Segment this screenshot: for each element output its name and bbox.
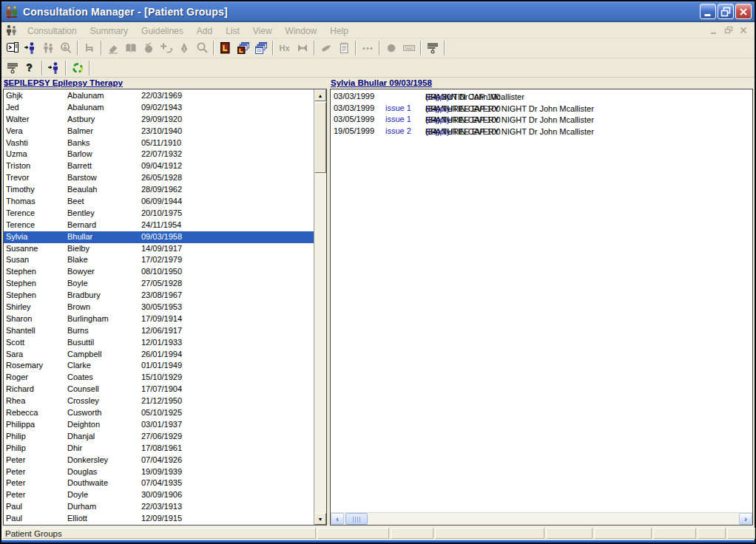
patient-dob: 21/12/1950	[141, 396, 182, 405]
search-icon	[193, 40, 211, 56]
restore-button[interactable]	[718, 4, 734, 19]
status-pane	[317, 528, 389, 539]
patient-row[interactable]: JedAbalunam09/02/1943	[4, 102, 314, 114]
patient-row[interactable]: GhjkAbalunam22/03/1969	[4, 90, 314, 102]
patient-dob: 09/03/1958	[141, 232, 182, 241]
scroll-thumb[interactable]	[314, 102, 326, 173]
patient-row[interactable]: WalterAstbury29/09/1920	[4, 114, 314, 126]
status-text: Patient Groups	[2, 528, 316, 539]
patient-row[interactable]: TimothyBeaulah28/09/1962	[4, 184, 314, 196]
patient-first-name: Richard	[6, 384, 34, 393]
patient-row[interactable]: PeterDouglas19/09/1939	[4, 466, 314, 478]
patient-surname: Donkersley	[67, 455, 108, 464]
patient-dob: 03/01/1937	[141, 420, 182, 429]
record-supply-detail: (84) 30N Dr John Mcallister	[425, 92, 524, 101]
close-button[interactable]	[735, 4, 752, 19]
select-patient-icon[interactable]	[45, 60, 63, 76]
list-view-icon[interactable]	[424, 40, 442, 56]
list-view-icon[interactable]	[4, 60, 21, 76]
patient-surname: Barstow	[67, 173, 97, 182]
prescription-row[interactable]: 19/05/1999issue 2EPANUTIN CAP 100 Supply…	[331, 126, 752, 137]
patient-dob: 12/09/1915	[141, 514, 182, 523]
main-area: $EPILEPSY Epilepsy Therapy GhjkAbalunam2…	[1, 78, 755, 526]
select-patient-icon[interactable]	[21, 40, 39, 56]
patient-row[interactable]: VashtiBanks05/11/1910	[4, 137, 314, 149]
patient-row[interactable]: PhilipDhir17/08/1961	[4, 443, 314, 455]
patient-row[interactable]: ScottBusuttil12/01/1933	[4, 337, 314, 349]
patient-row[interactable]: TrevorBarstow26/05/1928	[4, 172, 314, 184]
patient-surname: Bhullar	[67, 232, 92, 241]
patient-row[interactable]: StephenBradbury23/08/1967	[4, 290, 314, 302]
console-window-icon[interactable]	[4, 40, 21, 56]
patient-row[interactable]: TerenceBernard24/11/1954	[4, 220, 314, 231]
patient-row[interactable]: TristonBarrett09/04/1912	[4, 160, 314, 172]
patient-row[interactable]: PaulElliott12/09/1915	[4, 513, 314, 525]
patient-row[interactable]: StephenBowyer08/10/1950	[4, 266, 314, 278]
scroll-down-icon[interactable]: ▼	[314, 513, 326, 525]
pencil-icon	[317, 40, 335, 56]
record-hscrollbar[interactable]: ‹ ›	[331, 512, 752, 525]
refresh-ring-icon[interactable]	[69, 60, 87, 76]
patient-surname: Crossley	[67, 396, 99, 405]
patient-row[interactable]: RichardCounsell17/07/1904	[4, 384, 314, 395]
record-supply-detail: (84) THREE EVERY NIGHT Dr John Mcalliste…	[425, 104, 594, 113]
patient-row[interactable]: PhilipDhanjal27/06/1929	[4, 431, 314, 443]
patient-row[interactable]: PaulDurham22/03/1913	[4, 501, 314, 513]
patient-first-name: Ghjk	[6, 91, 23, 100]
scroll-left-icon[interactable]: ‹	[331, 513, 344, 525]
window-stack-l-icon[interactable]	[234, 40, 252, 56]
patient-surname: Clarke	[67, 361, 91, 370]
patient-row[interactable]: PeterDouthwaite07/04/1935	[4, 477, 314, 489]
patient-row[interactable]: SusanBlake17/02/1979	[4, 254, 314, 266]
patient-row[interactable]: SaraCampbell26/01/1994	[4, 349, 314, 361]
prescription-row[interactable]: 03/03/1999EPANUTIN CAP 100 Supply: (84) …	[331, 91, 752, 103]
hscroll-track[interactable]	[368, 513, 739, 525]
patient-surname: Dhir	[67, 443, 82, 452]
patient-first-name: Rosemary	[6, 361, 43, 370]
patient-row[interactable]: VeraBalmer23/10/1940	[4, 126, 314, 137]
patient-dob: 17/02/1979	[141, 255, 182, 264]
hscroll-thumb[interactable]	[345, 513, 368, 525]
window-stack-icon[interactable]	[252, 40, 270, 56]
patient-row[interactable]: StephenBoyle27/05/1928	[4, 278, 314, 290]
patient-surname: Elliott	[67, 514, 87, 523]
patient-row[interactable]: RosemaryClarke01/01/1949	[4, 360, 314, 372]
toolbar-separator	[272, 41, 274, 55]
patient-row[interactable]: ShantellBurns12/06/1917	[4, 325, 314, 337]
record-list-box: 03/03/1999EPANUTIN CAP 100 Supply: (84) …	[330, 89, 753, 526]
patient-first-name: Sara	[6, 350, 23, 358]
patient-list-scrollbar[interactable]: ▲ ▼	[314, 89, 326, 525]
patient-row[interactable]: RheaCrossley21/12/1950	[4, 395, 314, 407]
prescription-row[interactable]: 03/03/1999issue 1EPANUTIN CAP 100 Supply…	[331, 103, 752, 115]
patient-row[interactable]: ShirleyBrown30/05/1953	[4, 302, 314, 313]
help-icon[interactable]: ??	[21, 60, 39, 76]
patient-row[interactable]: SusanneBielby14/09/1917	[4, 243, 314, 255]
patient-surname: Douglas	[67, 467, 97, 476]
patient-row[interactable]: RogerCoates15/10/1929	[4, 372, 314, 384]
prescription-row[interactable]: 03/05/1999issue 1EPANUTIN CAP 100 Supply…	[331, 114, 752, 126]
minimize-button[interactable]	[700, 4, 716, 19]
patient-row[interactable]: UzmaBarlow22/07/1932	[4, 149, 314, 160]
patient-row[interactable]: SylviaBhullar09/03/1958	[4, 231, 314, 243]
red-door-l-icon[interactable]	[217, 40, 234, 56]
patient-row[interactable]: ThomasBeet06/09/1944	[4, 196, 314, 208]
toolbar-separator	[89, 61, 90, 75]
record-supply-detail: (84) THREE EVERY NIGHT Dr John Mcalliste…	[425, 115, 594, 124]
patient-dob: 07/04/1935	[141, 478, 182, 487]
patient-first-name: Peter	[6, 478, 25, 487]
patient-row[interactable]: PeterDoyle30/09/1906	[4, 489, 314, 501]
record-date: 03/03/1999	[334, 92, 374, 101]
patient-surname: Barrett	[67, 161, 92, 170]
patient-first-name: Vera	[6, 126, 23, 135]
patient-row[interactable]: PeterDonkersley07/04/1926	[4, 455, 314, 466]
scroll-up-icon[interactable]: ▲	[314, 89, 326, 101]
patient-list-box: GhjkAbalunam22/03/1969JedAbalunam09/02/1…	[3, 89, 327, 526]
patient-row[interactable]: TerenceBentley20/10/1975	[4, 208, 314, 220]
patient-row[interactable]: SharonBurlingham17/09/1914	[4, 313, 314, 325]
patient-row[interactable]: RebeccaCusworth05/10/1925	[4, 407, 314, 419]
toolbar-separator	[77, 41, 78, 55]
patient-row[interactable]: PhilippaDeighton03/01/1937	[4, 419, 314, 431]
scroll-right-icon[interactable]: ›	[739, 513, 752, 525]
patient-dob: 26/05/1928	[141, 173, 182, 182]
patient-first-name: Thomas	[6, 197, 36, 205]
